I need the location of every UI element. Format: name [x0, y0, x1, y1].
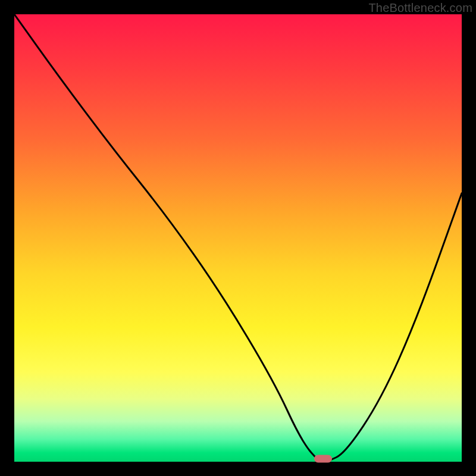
optimum-marker — [314, 455, 332, 463]
chart-frame: TheBottleneck.com — [0, 0, 476, 476]
plot-area — [14, 14, 462, 462]
watermark-text: TheBottleneck.com — [368, 1, 472, 15]
bottleneck-curve — [14, 14, 462, 462]
